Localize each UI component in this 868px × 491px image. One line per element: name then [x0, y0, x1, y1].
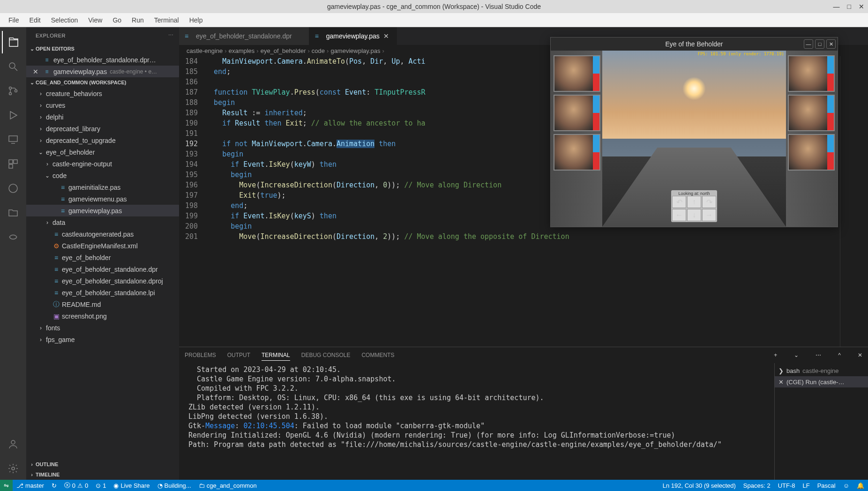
- encoding[interactable]: UTF-8: [774, 480, 799, 491]
- file-row[interactable]: ≡eye_of_beholder_standalone.lpi: [26, 287, 179, 298]
- file-row[interactable]: ⓘREADME.md: [26, 298, 179, 310]
- file-row[interactable]: ≡gameviewplay.pas: [26, 205, 179, 216]
- cursor-position[interactable]: Ln 192, Col 30 (9 selected): [659, 480, 740, 491]
- menu-edit[interactable]: Edit: [25, 15, 45, 26]
- menu-terminal[interactable]: Terminal: [150, 15, 184, 26]
- run-debug-icon[interactable]: [2, 104, 24, 126]
- folder-icon[interactable]: [2, 201, 24, 224]
- character-portrait[interactable]: [788, 134, 835, 171]
- game-viewport[interactable]: FPS: 101.59 (only render: 1770.19) Looki…: [551, 51, 838, 227]
- nav-button[interactable]: ↷: [702, 196, 716, 208]
- nav-button[interactable]: ↶: [672, 196, 686, 208]
- maximize-panel-icon[interactable]: ^: [838, 352, 841, 358]
- build-status[interactable]: ◔Building...: [154, 480, 195, 491]
- liveshare-status[interactable]: ◉Live Share: [110, 480, 153, 491]
- breadcrumb-segment[interactable]: code: [312, 47, 325, 54]
- file-row[interactable]: ≡eye_of_beholder: [26, 252, 179, 263]
- file-row[interactable]: ≡eye_of_beholder_standalone.dproj: [26, 275, 179, 287]
- panel-tab-output[interactable]: OUTPUT: [227, 350, 250, 360]
- remote-explorer-icon[interactable]: [2, 128, 24, 151]
- close-button[interactable]: ✕: [859, 3, 864, 10]
- search-icon[interactable]: [2, 55, 24, 78]
- folder-row[interactable]: ›fps_game: [26, 334, 179, 345]
- new-terminal-icon[interactable]: +: [774, 352, 777, 358]
- remote-indicator[interactable]: ⇋: [0, 480, 13, 491]
- problems-indicator[interactable]: ⓧ0 ⚠0: [60, 480, 92, 491]
- explorer-icon[interactable]: [2, 31, 24, 53]
- git-branch[interactable]: ⎇master: [13, 480, 48, 491]
- source-control-icon[interactable]: [2, 80, 24, 102]
- editor-tab[interactable]: ≡gameviewplay.pas✕: [309, 27, 397, 45]
- file-row[interactable]: ▣screenshot.png: [26, 310, 179, 322]
- folder-row[interactable]: ›deprecated_to_upgrade: [26, 134, 179, 146]
- file-row[interactable]: ≡gameinitialize.pas: [26, 181, 179, 193]
- panel-tab-terminal[interactable]: TERMINAL: [262, 350, 290, 361]
- workspace-folder[interactable]: 🗀cge_and_common: [195, 480, 261, 491]
- character-portrait[interactable]: [554, 134, 600, 171]
- character-portrait[interactable]: [788, 55, 835, 92]
- open-editor-item[interactable]: ✕≡gameviewplay.pas castle-engine • e…: [26, 66, 179, 77]
- file-row[interactable]: ≡castleautogenerated.pas: [26, 228, 179, 240]
- ports-indicator[interactable]: ⊙1: [92, 480, 110, 491]
- character-portrait[interactable]: [788, 95, 835, 131]
- panel-tab-debug-console[interactable]: DEBUG CONSOLE: [301, 350, 351, 360]
- github-icon[interactable]: [2, 177, 24, 200]
- git-sync[interactable]: ↻: [48, 480, 60, 491]
- game-minimize-button[interactable]: —: [804, 39, 813, 49]
- liveshare-activity-icon[interactable]: [2, 226, 24, 248]
- line-ending[interactable]: LF: [799, 480, 814, 491]
- menu-selection[interactable]: Selection: [46, 15, 83, 26]
- breadcrumb-segment[interactable]: eye_of_beholder: [261, 47, 306, 54]
- panel-tab-comments[interactable]: COMMENTS: [361, 350, 394, 360]
- minimap[interactable]: [840, 56, 868, 347]
- menu-view[interactable]: View: [83, 15, 107, 26]
- explorer-more-icon[interactable]: ⋯: [168, 32, 174, 38]
- panel-tab-problems[interactable]: PROBLEMS: [185, 350, 216, 360]
- game-maximize-button[interactable]: □: [815, 39, 824, 49]
- nav-button[interactable]: ←: [672, 209, 686, 221]
- folder-row[interactable]: ›data: [26, 216, 179, 228]
- folder-row[interactable]: ›castle-engine-output: [26, 158, 179, 170]
- feedback-icon[interactable]: ☺: [839, 480, 853, 491]
- close-panel-icon[interactable]: ✕: [858, 352, 862, 358]
- workspace-header[interactable]: ⌄ CGE_AND_COMMON (WORKSPACE): [26, 77, 179, 88]
- folder-row[interactable]: ⌄code: [26, 170, 179, 181]
- menu-file[interactable]: File: [4, 15, 24, 26]
- character-portrait[interactable]: [554, 95, 600, 131]
- notifications-icon[interactable]: 🔔: [853, 480, 868, 491]
- terminal-dropdown-icon[interactable]: ⌄: [794, 352, 799, 358]
- close-icon[interactable]: ✕: [33, 68, 40, 75]
- folder-row[interactable]: ›creature_behaviors: [26, 88, 179, 99]
- outline-header[interactable]: › OUTLINE: [26, 459, 179, 469]
- language-mode[interactable]: Pascal: [814, 480, 839, 491]
- terminal-session[interactable]: ✕(CGE) Run (castle-…: [775, 376, 868, 387]
- menu-go[interactable]: Go: [108, 15, 126, 26]
- accounts-icon[interactable]: [2, 433, 24, 455]
- close-icon[interactable]: ✕: [383, 32, 391, 40]
- file-tree[interactable]: ›creature_behaviors›curves›delphi›deprec…: [26, 88, 179, 459]
- file-row[interactable]: ≡gameviewmenu.pas: [26, 193, 179, 205]
- extensions-icon[interactable]: [2, 153, 24, 175]
- folder-row[interactable]: ›delphi: [26, 111, 179, 123]
- open-editor-item[interactable]: ✕≡eye_of_beholder_standalone.dpr…: [26, 54, 179, 66]
- breadcrumb-segment[interactable]: gameviewplay.pas: [330, 47, 380, 54]
- character-portrait[interactable]: [554, 55, 600, 92]
- menu-help[interactable]: Help: [185, 15, 208, 26]
- folder-row[interactable]: ›curves: [26, 99, 179, 111]
- breadcrumb-segment[interactable]: castle-engine: [187, 47, 223, 54]
- indentation[interactable]: Spaces: 2: [740, 480, 774, 491]
- folder-row[interactable]: ›deprecated_library: [26, 123, 179, 134]
- nav-button[interactable]: ↓: [687, 209, 701, 221]
- nav-button[interactable]: →: [702, 209, 716, 221]
- game-titlebar[interactable]: Eye of the Beholder — □ ✕: [551, 37, 838, 51]
- game-close-button[interactable]: ✕: [826, 39, 836, 49]
- file-row[interactable]: ⚙CastleEngineManifest.xml: [26, 240, 179, 252]
- menu-run[interactable]: Run: [127, 15, 149, 26]
- maximize-button[interactable]: □: [847, 3, 851, 10]
- settings-gear-icon[interactable]: [2, 457, 24, 480]
- folder-row[interactable]: ›fonts: [26, 322, 179, 334]
- breadcrumb-segment[interactable]: examples: [229, 47, 255, 54]
- timeline-header[interactable]: › TIMELINE: [26, 469, 179, 480]
- folder-row[interactable]: ⌄eye_of_beholder: [26, 146, 179, 158]
- file-row[interactable]: ≡eye_of_beholder_standalone.dpr: [26, 263, 179, 275]
